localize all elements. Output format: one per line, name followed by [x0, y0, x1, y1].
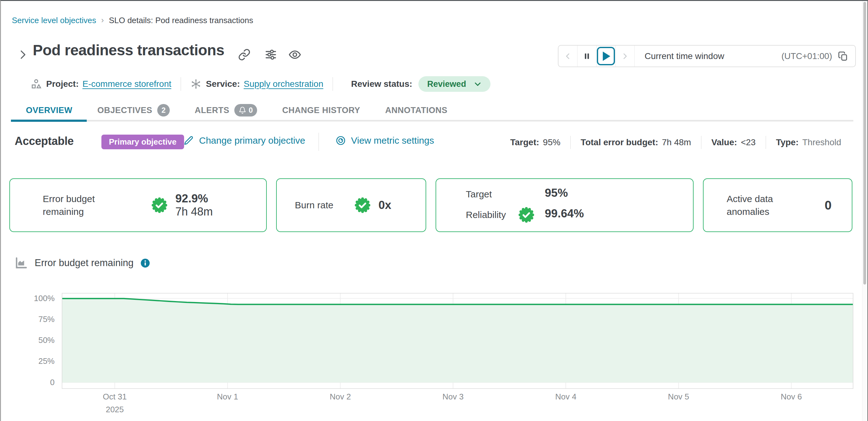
stat-divider	[766, 136, 766, 149]
x-tick-label: Nov 4	[528, 392, 603, 402]
objective-stats: Target: 95% Total error budget: 7h 48m V…	[510, 136, 841, 149]
slo-settings-sliders-icon[interactable]	[265, 49, 277, 61]
burn-rate-value: 0x	[378, 199, 391, 212]
stat-budget-label: Total error budget:	[581, 137, 658, 147]
scrollbar-thumb[interactable]	[863, 2, 866, 284]
time-window-selector[interactable]: Current time window	[645, 51, 724, 61]
objective-name: Acceptable	[15, 135, 74, 148]
stat-type-label: Type:	[776, 137, 799, 147]
view-metric-settings-link[interactable]: View metric settings	[335, 135, 434, 146]
error-budget-time: 7h 48m	[175, 205, 213, 218]
time-window-divider	[634, 46, 634, 66]
tab-annotations[interactable]: ANNOTATIONS	[385, 106, 447, 115]
meta-divider	[333, 77, 333, 91]
breadcrumb-current: SLO details: Pod readiness transactions	[109, 16, 253, 25]
healthy-check-badge-icon	[354, 197, 371, 214]
pause-button[interactable]	[577, 46, 596, 66]
timezone-label: (UTC+01:00)	[781, 51, 832, 61]
change-primary-objective-link[interactable]: Change primary objective	[183, 135, 305, 146]
anomalies-count: 0	[825, 198, 832, 213]
stat-divider	[570, 136, 571, 149]
area-chart-icon	[15, 256, 28, 270]
x-tick-label: Nov 2	[303, 392, 378, 402]
tab-underline-active	[11, 120, 87, 122]
tab-objectives[interactable]: OBJECTIVES 2	[97, 104, 170, 116]
y-tick-label: 100%	[1, 293, 55, 303]
stat-target-label: Target:	[510, 137, 539, 147]
stat-divider	[701, 136, 702, 149]
review-status-label: Review status:	[351, 79, 412, 89]
stat-value-label: Value:	[711, 137, 737, 147]
time-window-control: Current time window (UTC+01:00)	[558, 45, 856, 67]
project-link[interactable]: E-commerce storefront	[82, 79, 171, 89]
time-window-prev-button[interactable]	[558, 46, 577, 66]
y-tick-label: 0	[1, 377, 55, 387]
card-label: Burn rate	[295, 199, 333, 212]
stat-budget-value: 7h 48m	[662, 137, 691, 147]
review-status-value: Reviewed	[427, 79, 466, 89]
service-icon	[190, 78, 202, 90]
breadcrumb-separator: ›	[101, 15, 104, 25]
meta-divider	[181, 77, 181, 91]
tab-overview[interactable]: OVERVIEW	[26, 106, 72, 115]
breadcrumb-link-slo-list[interactable]: Service level objectives	[12, 16, 96, 25]
copy-icon[interactable]	[838, 51, 848, 61]
tab-bar: OVERVIEW OBJECTIVES 2 ALERTS 0 CHANGE HI…	[26, 104, 447, 116]
page-title: Pod readiness transactions	[33, 41, 224, 59]
project-icon	[31, 78, 42, 90]
play-button-outline	[597, 47, 615, 65]
tab-underline-track	[11, 120, 853, 121]
burn-rate-card: Burn rate 0x	[276, 178, 426, 232]
scrollbar-track	[862, 1, 867, 421]
stat-value-value: <23	[741, 137, 756, 147]
review-status-dropdown[interactable]: Reviewed	[418, 76, 491, 92]
y-tick-label: 75%	[1, 314, 55, 324]
error-budget-chart[interactable]	[62, 293, 853, 389]
collapse-chevron-icon[interactable]	[17, 49, 29, 61]
x-tick-label: Nov 3	[415, 392, 491, 402]
service-link[interactable]: Supply orchestration	[244, 79, 323, 89]
watch-eye-icon[interactable]	[289, 49, 301, 61]
chart-header: Error budget remaining	[15, 256, 150, 270]
reliability-row-value: 99.64%	[545, 207, 584, 220]
stat-type-value: Threshold	[802, 137, 841, 147]
alerts-count-badge: 0	[234, 104, 257, 116]
service-label: Service:	[206, 79, 240, 89]
info-icon[interactable]	[141, 258, 150, 268]
x-axis: Oct 312025Nov 1Nov 2Nov 3Nov 4Nov 5Nov 6	[62, 392, 853, 421]
objective-bar-divider	[318, 133, 319, 151]
card-label: Error budget remaining	[43, 193, 124, 218]
x-tick-label: Nov 6	[754, 392, 829, 402]
copy-link-icon[interactable]	[238, 49, 251, 61]
target-row-label: Target	[466, 189, 492, 200]
active-data-anomalies-card: Active data anomalies 0	[703, 178, 852, 232]
primary-objective-badge: Primary objective	[101, 135, 184, 149]
slo-meta-row: Project: E-commerce storefront Service: …	[31, 75, 491, 93]
bell-icon	[239, 107, 246, 114]
x-tick-label: Nov 1	[190, 392, 265, 402]
card-label: Active data anomalies	[727, 193, 799, 218]
chevron-down-icon	[474, 80, 482, 88]
error-budget-remaining-card: Error budget remaining 92.9% 7h 48m	[9, 178, 267, 232]
play-button[interactable]	[596, 46, 615, 66]
healthy-check-badge-icon	[518, 206, 535, 223]
objectives-count-badge: 2	[157, 104, 170, 116]
x-tick-label: Nov 5	[641, 392, 716, 402]
metric-eye-icon	[335, 135, 346, 146]
error-budget-chart-svg	[62, 293, 853, 389]
chart-title: Error budget remaining	[35, 257, 133, 269]
y-axis: 100%75%50%25%0	[1, 293, 55, 389]
tab-change-history[interactable]: CHANGE HISTORY	[282, 106, 360, 115]
slo-details-page: Service level objectives › SLO details: …	[0, 0, 868, 421]
x-tick-label: Oct 312025	[78, 392, 152, 415]
pencil-icon	[183, 135, 194, 146]
target-row-value: 95%	[545, 187, 568, 200]
breadcrumb: Service level objectives › SLO details: …	[12, 16, 253, 25]
healthy-check-badge-icon	[151, 197, 168, 214]
reliability-row-label: Reliability	[466, 209, 506, 220]
time-window-next-button[interactable]	[615, 46, 634, 66]
error-budget-percent: 92.9%	[175, 192, 213, 205]
project-label: Project:	[46, 79, 79, 89]
tab-alerts[interactable]: ALERTS 0	[195, 104, 257, 116]
y-tick-label: 25%	[1, 356, 55, 366]
